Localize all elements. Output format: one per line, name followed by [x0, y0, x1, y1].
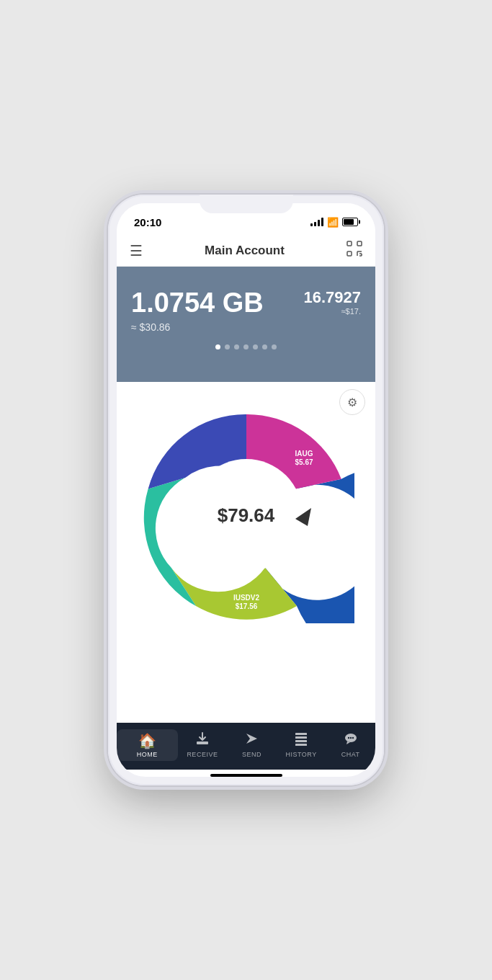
receive-icon: [195, 731, 210, 749]
svg-point-16: [352, 737, 353, 739]
svg-rect-12: [295, 744, 307, 746]
balance-banner: 1.0754 GB ≈ $30.86 16.7927 ≈$17.: [117, 267, 375, 382]
nav-send[interactable]: SEND: [227, 731, 277, 758]
svg-rect-10: [295, 736, 307, 739]
balance-gb2: 16.7927: [303, 288, 361, 307]
phone-screen: 20:10 📶 ☰ Main Account: [117, 203, 375, 777]
nav-home[interactable]: 🏠 HOME: [117, 729, 178, 761]
dot-2[interactable]: [225, 344, 230, 349]
dot-6[interactable]: [262, 344, 267, 349]
signal-icon: [310, 218, 323, 226]
nav-history-label: HISTORY: [285, 751, 316, 758]
label-ithv2: ITHV2: [179, 486, 200, 494]
primary-balance: 1.0754 GB ≈ $30.86: [131, 288, 303, 333]
svg-rect-0: [347, 241, 352, 246]
history-icon: [294, 731, 308, 749]
battery-icon: [342, 218, 358, 226]
nav-receive-label: RECEIVE: [187, 751, 218, 758]
value-ithv2: $11.35: [179, 494, 201, 502]
app-header: ☰ Main Account: [117, 235, 375, 267]
dot-4[interactable]: [243, 344, 249, 349]
dot-1[interactable]: [215, 344, 220, 349]
send-icon: [244, 731, 259, 749]
dot-3[interactable]: [234, 344, 239, 349]
home-icon: 🏠: [138, 732, 156, 749]
nav-send-label: SEND: [242, 751, 261, 758]
dot-5[interactable]: [253, 344, 258, 349]
nav-history[interactable]: HISTORY: [277, 731, 326, 758]
label-ibitv2: IBITV2: [174, 552, 197, 560]
svg-rect-2: [347, 251, 352, 256]
status-icons: 📶: [310, 217, 358, 228]
svg-rect-11: [295, 740, 307, 742]
status-time: 20:10: [134, 216, 161, 228]
balance-usd: ≈ $30.86: [131, 321, 303, 333]
wifi-icon: 📶: [327, 217, 339, 228]
svg-rect-8: [197, 741, 208, 744]
page-title: Main Account: [205, 244, 285, 258]
scan-icon[interactable]: [346, 241, 362, 260]
svg-rect-9: [295, 733, 307, 735]
donut-chart-container: GB $30.86 IUSDV2 $17.56 IBITV2 $14.19 IT…: [124, 389, 368, 634]
nav-home-label: HOME: [137, 751, 158, 758]
menu-icon[interactable]: ☰: [130, 242, 143, 259]
nav-receive[interactable]: RECEIVE: [178, 731, 228, 758]
svg-rect-1: [357, 241, 362, 246]
label-iusdv2: IUSDV2: [233, 594, 259, 602]
dot-7[interactable]: [272, 344, 277, 349]
balance-usd2: ≈$17.: [303, 307, 361, 316]
bottom-nav: 🏠 HOME RECEIVE SEND: [117, 723, 375, 770]
total-value: $79.64: [218, 504, 275, 526]
settings-button[interactable]: ⚙: [339, 389, 365, 415]
home-indicator: [210, 774, 282, 777]
page-dots: [131, 344, 361, 349]
svg-point-14: [347, 737, 349, 739]
value-ibitv2: $14.19: [174, 561, 196, 569]
secondary-balance: 16.7927 ≈$17.: [303, 288, 361, 316]
value-iusdv2: $17.56: [235, 602, 257, 610]
chat-icon: [344, 731, 358, 749]
nav-chat[interactable]: CHAT: [326, 731, 375, 758]
phone-frame: 20:10 📶 ☰ Main Account: [108, 195, 384, 785]
balance-gb: 1.0754 GB: [131, 288, 303, 318]
value-iaug: $5.67: [295, 458, 313, 466]
donut-center: $79.64: [218, 504, 275, 527]
label-iaug: IAUG: [295, 450, 313, 458]
notch: [200, 195, 293, 213]
svg-point-15: [349, 737, 351, 739]
label-gb: GB: [311, 507, 322, 515]
chart-area: ⚙: [117, 382, 375, 723]
nav-chat-label: CHAT: [341, 751, 360, 758]
